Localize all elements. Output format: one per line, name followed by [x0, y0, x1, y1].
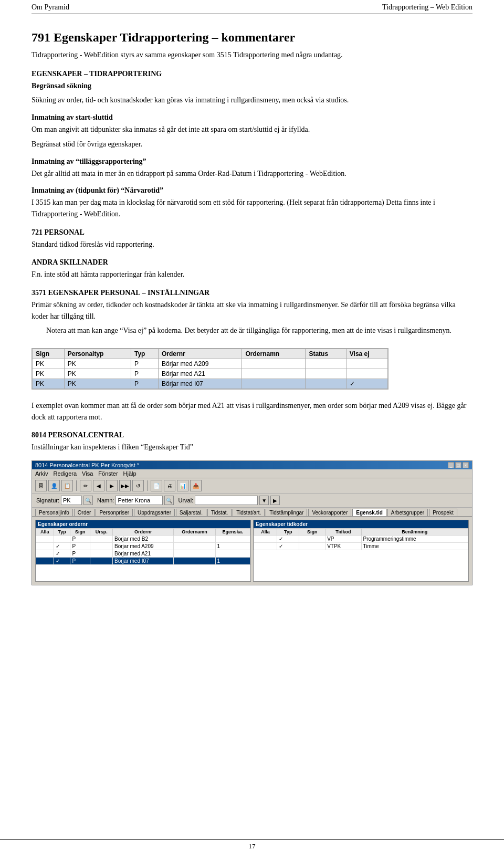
section-8014: 8014 PERSONALCENTRAL Inställningar kan i…: [32, 431, 472, 453]
col-ordernr: Ordernr: [159, 349, 242, 359]
lp-row-1[interactable]: P Börjar med B2: [36, 536, 250, 543]
andra-skillnader-heading: ANDRA SKILLNADER: [32, 258, 472, 267]
rp-col-sign: Sign: [299, 529, 326, 536]
tab-prospekt[interactable]: Prospekt: [429, 509, 457, 516]
toolbar-btn-10[interactable]: 🖨: [164, 480, 175, 491]
egenskaper-subheading: Begränsad sökning: [32, 80, 472, 92]
toolbar-btn-2[interactable]: 👤: [48, 480, 60, 491]
col-typ: Typ: [131, 349, 158, 359]
screenshot-content: Egenskaper ordernr Alla Typ Sign Ursp. O…: [32, 517, 472, 585]
table1-row-1[interactable]: PKPKPBörjar med A209: [33, 359, 388, 369]
section-inmatning-tillagg: Inmatning av “tilläggsrapportering” Det …: [32, 158, 472, 180]
rp-row-1[interactable]: ✓ VP Programmeringstimme: [254, 536, 468, 543]
inmatning-start-heading: Inmatning av start-sluttid: [32, 113, 472, 122]
tab-order[interactable]: Order: [74, 509, 95, 516]
urval-dropdown-btn[interactable]: ▼: [259, 496, 269, 505]
tab-saljarstal[interactable]: Säljarstal.: [176, 509, 206, 516]
table1-row-2[interactable]: PKPKPBörjar med A21: [33, 369, 388, 379]
menu-visa[interactable]: Visa: [82, 470, 93, 477]
3571-text2: Notera att man kan ange “Visa ej” på kod…: [46, 325, 472, 337]
screenshot-titlebar: 8014 Personalcentral PK Per Kronqvist * …: [32, 461, 472, 469]
tab-veckorapporter[interactable]: Veckorapporter: [308, 509, 351, 516]
col-ordernamn: Ordernamn: [242, 349, 306, 359]
lp-col-alla: Alla: [36, 529, 54, 536]
screenshot-form: Signatur: 🔍 Namn: 🔍 Urval: ▼ ▶: [32, 494, 472, 508]
rp-col-alla: Alla: [254, 529, 277, 536]
col-visa-ej: Visa ej: [346, 349, 387, 359]
titlebar-buttons: _ □ ×: [448, 462, 469, 468]
lp-row-3[interactable]: ✓ P Börjar med A21: [36, 550, 250, 558]
8014-text: Inställningar kan inspekteras i fliken “…: [32, 442, 472, 453]
inmatning-start-text2: Begränsat stöd för övriga egenskaper.: [32, 139, 472, 150]
urval-action-btn[interactable]: ▶: [270, 496, 280, 505]
menu-fonster[interactable]: Fönster: [98, 470, 118, 477]
toolbar-btn-1[interactable]: 🗄: [35, 480, 47, 491]
toolbar-btn-5[interactable]: ◀: [93, 480, 104, 491]
col-status: Status: [306, 349, 346, 359]
section-andra-skillnader: ANDRA SKILLNADER F.n. inte stöd att hämt…: [32, 258, 472, 280]
menu-arkiv[interactable]: Arkiv: [35, 470, 48, 477]
egenskaper-heading: EGENSKAPER – TIDRAPPORTERING: [32, 70, 472, 78]
urval-input[interactable]: [195, 496, 258, 505]
minimize-btn[interactable]: _: [448, 462, 454, 468]
example-text: I exemplet ovan kommer man att få de ord…: [32, 400, 472, 423]
inmatning-tillagg-text: Det går alltid att mata in mer än en tid…: [32, 168, 472, 180]
menu-redigera[interactable]: Redigera: [53, 470, 77, 477]
signatur-label: Signatur:: [36, 497, 59, 503]
personal-721-heading: 721 PERSONAL: [32, 228, 472, 237]
page-header: Om Pyramid Tidrapportering – Web Edition: [32, 0, 472, 14]
tab-egensk-tid[interactable]: Egensk.tid: [352, 509, 386, 516]
section-721-personal: 721 PERSONAL Standard tidkod föreslås vi…: [32, 228, 472, 250]
screenshot-menubar: Arkiv Redigera Visa Fönster Hjälp: [32, 469, 472, 478]
screenshot-tabs: Personaljinfo Order Personpriser Uppdrag…: [32, 508, 472, 517]
toolbar-sep-2: [147, 480, 148, 491]
namn-input[interactable]: [116, 496, 163, 505]
namn-search-btn[interactable]: 🔍: [164, 496, 174, 505]
toolbar-btn-12[interactable]: 📥: [190, 480, 202, 491]
inmatning-tillagg-heading: Inmatning av “tilläggsrapportering”: [32, 158, 472, 166]
main-heading: 791 Egenskaper Tidrapportering – komment…: [32, 30, 472, 45]
narvarotid-text1: I 3515 kan man per dag mata in klockslag…: [32, 197, 472, 219]
screenshot-title: 8014 Personalcentral PK Per Kronqvist *: [35, 462, 139, 468]
toolbar-btn-11[interactable]: 📊: [177, 480, 188, 491]
toolbar-btn-6[interactable]: ▶: [106, 480, 118, 491]
right-panel-table: Alla Typ Sign Tidkod Benämning ✓ VP: [254, 528, 468, 550]
lp-col-ordernamn: Ordernamn: [174, 529, 215, 536]
form-urval: Urval: ▼ ▶: [178, 496, 280, 505]
tab-arbetsgrupper[interactable]: Arbetsgrupper: [387, 509, 428, 516]
narvarotid-heading: Inmatning av (tidpunkt för) “Närvarotid”: [32, 186, 472, 195]
tab-tidstamplingar[interactable]: Tidstämplingar: [266, 509, 307, 516]
egenskaper-text: Sökning av order, tid- och kostnadskoder…: [32, 94, 472, 106]
toolbar-btn-3[interactable]: 📋: [61, 480, 73, 491]
toolbar-btn-4[interactable]: ✏: [80, 480, 91, 491]
tab-uppdragsarter[interactable]: Uppdragsarter: [134, 509, 175, 516]
rp-row-2[interactable]: ✓ VTPK Timme: [254, 543, 468, 550]
lp-col-ordernr: Ordernr: [113, 529, 174, 536]
tab-personaljinfo[interactable]: Personaljinfo: [35, 509, 73, 516]
menu-hjalp[interactable]: Hjälp: [123, 470, 136, 477]
3571-text1: Primär sökning av order, tidkoder och ko…: [32, 299, 472, 322]
tab-personpriser[interactable]: Personpriser: [96, 509, 133, 516]
signatur-input[interactable]: [61, 496, 82, 505]
signatur-search-btn[interactable]: 🔍: [83, 496, 93, 505]
section-egenskaper: EGENSKAPER – TIDRAPPORTERING Begränsad s…: [32, 70, 472, 106]
toolbar-btn-7[interactable]: ▶▶: [119, 480, 131, 491]
toolbar-btn-9[interactable]: 📄: [151, 480, 162, 491]
urval-label: Urval:: [178, 497, 193, 503]
lp-col-ursp: Ursp.: [90, 529, 113, 536]
maximize-btn[interactable]: □: [455, 462, 461, 468]
close-btn[interactable]: ×: [463, 462, 469, 468]
left-panel-title: Egenskaper ordernr: [36, 520, 250, 528]
screenshot-mockup: 8014 Personalcentral PK Per Kronqvist * …: [32, 460, 472, 585]
table1-row-3[interactable]: PKPKPBörjar med I07✓: [33, 379, 388, 389]
3571-heading: 3571 EGENSKAPER PERSONAL – INSTÄLLNINGAR: [32, 289, 472, 297]
lp-row-4[interactable]: ✓ P Börjar med I07 1: [36, 558, 250, 565]
tab-tidstat-art[interactable]: Tidstat/art.: [233, 509, 265, 516]
toolbar-btn-8[interactable]: ↺: [132, 480, 144, 491]
tab-tidstat[interactable]: Tidstat.: [207, 509, 232, 516]
personal-721-text: Standard tidkod föreslås vid rapporterin…: [32, 239, 472, 250]
lp-row-2[interactable]: ✓ P Börjar med A209 1: [36, 543, 250, 550]
left-panel-table: Alla Typ Sign Ursp. Ordernr Ordernamn Eg…: [36, 528, 250, 565]
page-footer: 17: [0, 839, 504, 850]
screenshot-toolbar: 🗄 👤 📋 ✏ ◀ ▶ ▶▶ ↺ 📄 🖨 📊 📥: [32, 478, 472, 494]
